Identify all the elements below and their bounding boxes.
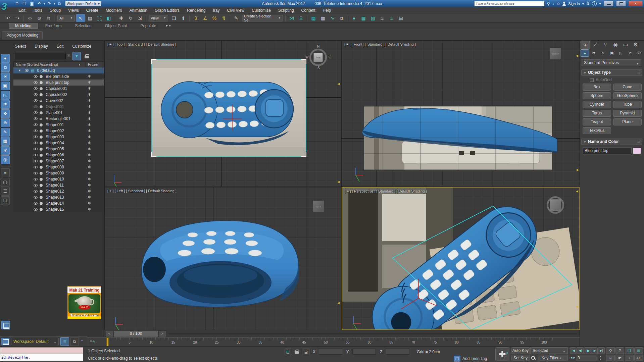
compass-south[interactable]: S xyxy=(317,66,320,70)
material-editor-icon[interactable]: ● xyxy=(350,14,358,22)
checkbox-icon[interactable] xyxy=(590,78,594,82)
search-icon[interactable]: ⚲ xyxy=(547,1,550,6)
select-by-name-icon[interactable]: ▤ xyxy=(86,14,94,22)
timeline-tick-70[interactable]: 70 xyxy=(411,341,415,344)
viewcube-face[interactable] xyxy=(550,199,561,211)
primitive-category-dropdown[interactable]: Standard Primitives▼ xyxy=(582,59,641,66)
dropdown-caret-icon[interactable]: ▼ xyxy=(636,61,639,67)
visibility-eye-icon[interactable] xyxy=(25,69,29,72)
isolate-selection-icon[interactable]: ⊡ xyxy=(285,349,291,355)
add-time-tag-label[interactable]: Add Time Tag xyxy=(462,356,487,361)
bind-to-spacewarp-icon[interactable]: ≋ xyxy=(44,14,53,22)
layer-explorer-toggle-button[interactable]: ⧉ xyxy=(70,337,79,346)
frozen-icon[interactable]: ✻ xyxy=(88,206,91,212)
visibility-eye-icon[interactable] xyxy=(34,208,38,211)
explorer-row-plane001[interactable]: Plane001✻ xyxy=(13,110,104,116)
timeline-tick-50[interactable]: 50 xyxy=(324,341,328,344)
add-time-tag-icon[interactable]: ❒ xyxy=(454,356,460,362)
timeline-tick-85[interactable]: 85 xyxy=(477,341,480,344)
menu-graph-editors[interactable]: Graph Editors xyxy=(151,7,183,13)
tab-modify[interactable]: ⟋ xyxy=(591,41,600,49)
explorer-row-shape005[interactable]: Shape005✻ xyxy=(13,146,104,152)
frozen-icon[interactable]: ✻ xyxy=(88,128,91,134)
ribbon-tab-object-paint[interactable]: Object Paint xyxy=(99,23,133,29)
selection-filter-dropdown[interactable]: All▼ xyxy=(57,15,75,21)
viewcube-face[interactable]: TOP xyxy=(313,53,323,62)
menu-civil-view[interactable]: Civil View xyxy=(223,7,248,13)
object-name[interactable]: Shape004 xyxy=(46,140,64,146)
current-frame-marker[interactable] xyxy=(106,338,109,346)
explorer-row-shape002[interactable]: Shape002✻ xyxy=(13,128,104,134)
tab-hierarchy[interactable]: ⑂ xyxy=(601,41,610,49)
pan-icon[interactable]: ☛ xyxy=(615,355,624,361)
visibility-eye-icon[interactable] xyxy=(34,154,38,156)
explorer-row-shape008[interactable]: Shape008✻ xyxy=(13,164,104,170)
timeline-tick-20[interactable]: 20 xyxy=(193,341,197,344)
sign-in-button[interactable]: Sign In xyxy=(568,2,580,6)
mini-curve-editor-icon[interactable]: ≡∿ xyxy=(90,339,95,344)
favorites-star-icon[interactable]: ☆ xyxy=(557,1,560,6)
snap-toggle-3d-icon[interactable]: 3 xyxy=(191,14,200,22)
explorer-row-shape009[interactable]: Shape009✻ xyxy=(13,170,104,176)
create-cone-button[interactable]: Cone xyxy=(613,84,642,91)
redo-icon[interactable]: ↷ xyxy=(13,14,22,22)
schematic-view-icon[interactable]: ⧉ xyxy=(337,14,346,22)
signin-caret-icon[interactable]: ▾ xyxy=(582,1,584,6)
visibility-eye-icon[interactable] xyxy=(34,166,38,168)
frozen-icon[interactable]: ✻ xyxy=(88,194,91,200)
explorer-row-shape013[interactable]: Shape013✻ xyxy=(13,194,104,200)
layer-explorer-icon[interactable]: ▤ xyxy=(309,14,318,22)
previous-frame-slider-button[interactable]: < xyxy=(106,331,113,337)
timeline-tick-95[interactable]: 95 xyxy=(520,341,524,344)
maxscript-mini-listener-macro[interactable] xyxy=(0,347,83,354)
window-crossing-icon[interactable]: ◧ xyxy=(104,14,113,22)
track-bar[interactable]: ≡∿ 0510152025303540455055606570758085909… xyxy=(87,337,580,346)
object-name[interactable]: Blue print top xyxy=(46,80,69,86)
compass-east[interactable]: E xyxy=(329,55,331,59)
explorer-menu-display[interactable]: Display xyxy=(35,44,48,49)
filter-materials-icon[interactable]: ❖ xyxy=(1,109,10,118)
frozen-icon[interactable]: ✻ xyxy=(88,104,91,110)
object-name[interactable]: Rectangle001 xyxy=(46,116,70,122)
timeline-tick-55[interactable]: 55 xyxy=(346,341,349,344)
app-logo-icon[interactable]: 3 xyxy=(1,0,13,13)
workspace-caret-icon[interactable]: ▾ xyxy=(98,2,100,6)
viewport-left[interactable]: [ + ] [ Left ] [ Standard ] [ Default Sh… xyxy=(105,187,341,330)
frozen-icon[interactable]: ✻ xyxy=(88,140,91,146)
ribbon-tab-populate[interactable]: Populate xyxy=(134,23,162,29)
clear-search-icon[interactable]: ✕ xyxy=(67,53,71,58)
search-input[interactable] xyxy=(474,1,545,6)
explorer-search-input[interactable] xyxy=(15,53,66,59)
menu-iray[interactable]: Iray xyxy=(209,7,223,13)
viewport-layout-icon[interactable] xyxy=(1,338,9,345)
object-name[interactable]: 0 (default) xyxy=(37,67,55,73)
frozen-icon[interactable]: ✻ xyxy=(88,80,91,86)
visibility-eye-icon[interactable] xyxy=(34,130,38,132)
explorer-row-capsule002[interactable]: Capsule002✻ xyxy=(13,92,104,98)
explorer-row-shape003[interactable]: Shape003✻ xyxy=(13,134,104,140)
visibility-eye-icon[interactable] xyxy=(34,75,38,78)
viewport-arrow-icon[interactable]: ◀ xyxy=(337,180,340,184)
field-of-view-icon[interactable]: ⌑ xyxy=(606,355,615,361)
tab-utilities[interactable]: ⚙ xyxy=(631,41,640,49)
go-to-start-button[interactable]: |◀ xyxy=(570,347,577,354)
visibility-eye-icon[interactable] xyxy=(34,81,38,84)
menu-customize[interactable]: Customize xyxy=(248,7,275,13)
visibility-eye-icon[interactable] xyxy=(34,93,38,96)
filter-frozen-icon[interactable]: ✻ xyxy=(1,146,10,155)
viewport-arrow-icon[interactable]: ◀ xyxy=(576,54,578,57)
viewcube[interactable] xyxy=(543,193,567,217)
create-spacewarps-icon[interactable]: ≋ xyxy=(626,49,634,57)
explorer-row-ble-print-side[interactable]: Ble print side✻ xyxy=(13,73,104,80)
visibility-eye-icon[interactable] xyxy=(34,105,38,108)
create-helpers-icon[interactable]: ◺ xyxy=(617,49,625,57)
explorer-menu-edit[interactable]: Edit xyxy=(57,44,64,49)
time-slider-track[interactable] xyxy=(168,333,577,334)
viewport-label[interactable]: [ + ] [ Top ] [ Standard ] [ Default Sha… xyxy=(107,42,176,46)
user-account-icon[interactable] xyxy=(562,2,566,6)
select-and-link-icon[interactable]: ∞ xyxy=(26,14,34,22)
create-torus-button[interactable]: Torus xyxy=(583,110,611,117)
menu-edit[interactable]: Edit xyxy=(15,7,29,13)
select-object-icon[interactable]: ↖ xyxy=(76,14,85,22)
object-name[interactable]: Shape013 xyxy=(46,194,64,200)
